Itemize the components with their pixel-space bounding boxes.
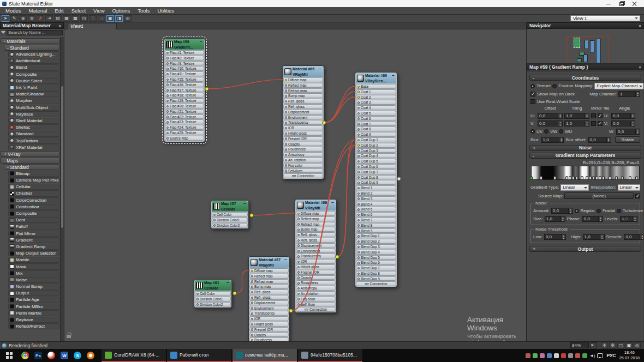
gradient-flag-11[interactable] — [592, 176, 595, 180]
slot-connector[interactable] — [297, 213, 300, 215]
slot-connector[interactable] — [285, 84, 288, 87]
node-mat60[interactable]: Material #60VRayBlen...−BaseCoat 1Coat 2… — [355, 72, 397, 287]
node-slot-hilight-gloss[interactable]: Hilight gloss — [296, 264, 336, 269]
slot-connector[interactable] — [357, 149, 360, 152]
browser-item-normal-bump[interactable]: Normal Bump — [8, 283, 59, 289]
u-offset-spinner[interactable]: 0,0▴▾ — [538, 113, 563, 119]
node-header[interactable]: Map #57Cellular− — [212, 201, 248, 212]
slot-connector[interactable] — [357, 224, 360, 227]
navigator-node-thumbnail[interactable] — [574, 38, 580, 48]
output-tab[interactable] — [230, 292, 234, 306]
slot-connector[interactable] — [166, 132, 169, 135]
slot-connector[interactable] — [251, 275, 254, 277]
node-slot-blend-2[interactable]: Blend 2 — [356, 191, 396, 196]
node-slot-refract-map[interactable]: Refract map — [249, 279, 289, 284]
browser-item-architectural[interactable]: Architectural — [8, 58, 59, 64]
close-button[interactable] — [632, 1, 637, 6]
browser-item-mix[interactable]: Mix — [8, 270, 59, 276]
slot-connector[interactable] — [251, 270, 254, 273]
node-slot-blend-dup-7[interactable]: Blend Dup 7 — [356, 266, 396, 270]
slot-connector[interactable] — [285, 154, 288, 156]
word-taskbar-icon[interactable]: W — [58, 349, 71, 362]
browser-item-matte-shadow[interactable]: Matte/Shadow — [8, 91, 59, 97]
slot-connector[interactable] — [357, 171, 360, 173]
node-slot-flag-19-texture[interactable]: Flag #19: Texture — [165, 98, 204, 103]
browser-item-dent[interactable]: Dent — [8, 217, 59, 223]
node-slot-coat-dup-1[interactable]: Coat Dup 1 — [356, 137, 396, 142]
browser-item-output[interactable]: Output — [8, 290, 59, 296]
node-slot-roughness[interactable]: Roughness — [249, 337, 289, 341]
slot-connector[interactable] — [166, 121, 169, 124]
node-slot-an-rotation[interactable]: An. rotation — [283, 158, 323, 162]
menu-select[interactable]: Select — [71, 8, 86, 14]
node-slot-refract-map[interactable]: Refract map — [283, 88, 323, 93]
scrollbar-thumb[interactable] — [61, 86, 63, 228]
slot-connector[interactable] — [357, 219, 360, 222]
gradient-type-dropdown[interactable]: Linear — [560, 184, 589, 191]
slot-connector[interactable] — [285, 127, 288, 130]
pick-material-from-object-button[interactable]: ✎ — [10, 15, 18, 22]
node-slot-coat-dup-3[interactable]: Coat Dup 3 — [356, 148, 396, 153]
notification-icon[interactable] — [597, 353, 603, 358]
slot-connector[interactable] — [251, 334, 254, 336]
slot-connector[interactable] — [357, 262, 360, 264]
node-slot-displacement[interactable]: Displacement — [249, 300, 289, 305]
node-slot-self-illum[interactable]: Self-illum — [296, 302, 336, 307]
slot-connector[interactable] — [285, 164, 288, 167]
threshold-low-spinner[interactable]: 0,0▴▾ — [544, 234, 566, 240]
gradient-flag-12[interactable] — [595, 176, 598, 180]
rollout-coordinates[interactable]: - Coordinates — [529, 75, 641, 81]
browser-item-top-bottom[interactable]: Top/Bottom — [8, 137, 59, 143]
node-slot-source-map[interactable]: Source Map — [165, 136, 204, 141]
node-slot-cell-color[interactable]: Cell Color — [195, 291, 231, 296]
slot-connector[interactable] — [166, 57, 169, 59]
u-tile-checkbox[interactable] — [598, 113, 603, 118]
slot-connector[interactable] — [166, 62, 169, 65]
slot-connector[interactable] — [196, 293, 199, 295]
collapse-icon[interactable]: − — [226, 280, 229, 285]
output-tab[interactable] — [335, 224, 339, 292]
node-slot-division-color2[interactable]: Division Color2 — [212, 223, 248, 228]
browser-item-perlin-marble[interactable]: Perlin Marble — [8, 310, 59, 316]
slot-connector[interactable] — [357, 208, 360, 211]
node-slot-flag-11-texture[interactable]: Flag #11: Texture — [165, 71, 204, 76]
slot-connector[interactable] — [251, 280, 254, 283]
node-slot-hilight-gloss[interactable]: Hilight gloss — [249, 322, 289, 327]
slot-connector[interactable] — [166, 89, 169, 92]
browser-item-multi-sub-object[interactable]: Multi/Sub-Object — [8, 105, 59, 111]
browser-group-4-standard[interactable]: - Standard — [4, 164, 59, 170]
node-slot-coat-4[interactable]: Coat 4 — [356, 105, 396, 110]
slot-connector[interactable] — [297, 244, 300, 247]
collapse-icon[interactable]: − — [331, 200, 334, 205]
tray-icon-3[interactable] — [540, 353, 545, 358]
zoom-tool-button[interactable]: ◎ — [124, 15, 132, 22]
slot-connector[interactable] — [285, 132, 288, 135]
node-slot-refr-gloss[interactable]: Refr. gloss. — [283, 104, 323, 109]
threshold-high-spinner[interactable]: 1,0▴▾ — [583, 234, 605, 240]
output-tab[interactable] — [247, 213, 251, 227]
view-selector-dropdown[interactable]: View 1 — [570, 15, 640, 21]
slot-connector[interactable] — [196, 298, 199, 300]
search-input[interactable] — [7, 30, 63, 35]
slot-connector[interactable] — [357, 117, 360, 120]
slot-connector[interactable] — [285, 89, 288, 92]
node-slot-coat-3[interactable]: Coat 3 — [356, 100, 396, 105]
noise-size-spinner[interactable]: 1,0▴▾ — [545, 216, 565, 222]
gradient-flag-14[interactable] — [602, 176, 605, 180]
node-slot-blend-1[interactable]: Blend 1 — [356, 185, 396, 190]
slot-connector[interactable] — [357, 246, 360, 249]
collapse-icon[interactable]: − — [284, 257, 287, 262]
node-slot-flag-9-texture[interactable]: Flag #9: Texture — [165, 61, 204, 66]
browser-item-map-output-selector[interactable]: Map Output Selector — [8, 250, 59, 256]
node-slot-reflect-map[interactable]: Reflect map — [296, 216, 336, 221]
tray-icon-9[interactable] — [582, 353, 587, 358]
media-app-taskbar-icon[interactable] — [84, 349, 97, 362]
gradient-flag-9[interactable] — [586, 176, 588, 180]
node-slot-translucency[interactable]: Translucency — [283, 120, 323, 125]
slot-connector[interactable] — [297, 218, 300, 220]
node-slot-diffuse-map[interactable]: Diffuse map — [283, 77, 323, 82]
slot-connector[interactable] — [357, 197, 360, 200]
slot-connector[interactable] — [166, 79, 169, 81]
node-slot-translucency[interactable]: Translucency — [249, 311, 289, 316]
v-tile-checkbox[interactable] — [598, 121, 603, 126]
